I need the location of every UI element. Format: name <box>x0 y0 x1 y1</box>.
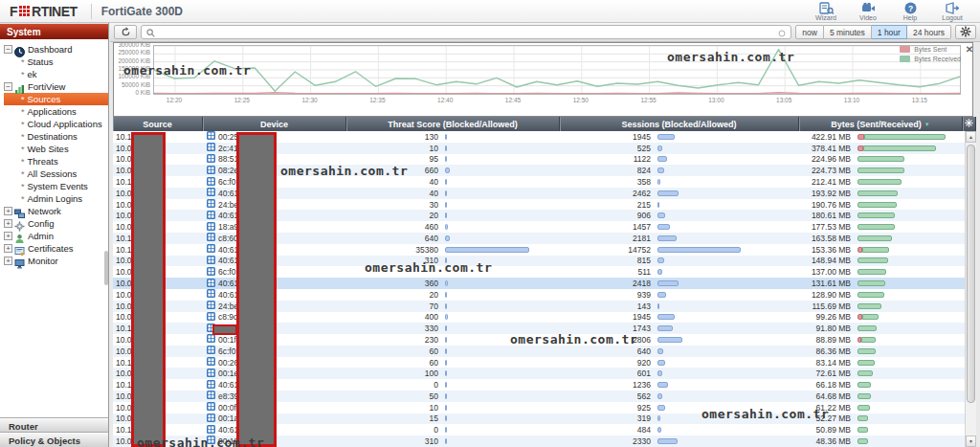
sidebar-item-monitor[interactable]: +Monitor <box>4 255 108 267</box>
bytes-received-bar <box>858 190 898 196</box>
threat-score-bar <box>445 190 447 196</box>
help-button[interactable]: ?Help <box>894 2 926 21</box>
bullet-icon: * <box>21 169 25 179</box>
sidebar-item-system-events[interactable]: *System Events <box>4 180 108 192</box>
sessions-value: 511 <box>560 267 651 277</box>
collapse-icon[interactable]: − <box>4 45 12 54</box>
scrollbar-thumb[interactable] <box>967 145 975 403</box>
threat-score-bar <box>445 405 447 411</box>
sidebar-section-system[interactable]: System <box>0 23 108 39</box>
sidebar-item-admin[interactable]: +Admin <box>4 230 108 242</box>
bytes-cell: 88.89 MB <box>799 334 965 346</box>
config-icon <box>14 218 25 229</box>
threat-score-value: 330 <box>346 324 438 333</box>
refresh-button[interactable] <box>114 25 137 39</box>
bytes-received-bar <box>862 314 879 320</box>
bytes-received-bar <box>858 360 875 366</box>
threat-score-value: 95 <box>346 154 438 164</box>
windows-device-icon <box>207 413 215 424</box>
sidebar-scrollbar-thumb[interactable] <box>104 251 108 285</box>
sessions-bar <box>657 156 667 162</box>
sessions-bar <box>657 269 662 275</box>
windows-device-icon <box>207 357 215 368</box>
scroll-up-icon[interactable]: ▲ <box>966 131 976 143</box>
time-button-now[interactable]: now <box>795 25 824 39</box>
x-axis-tick-label: 12:25 <box>234 97 250 103</box>
bytes-cell: 163.58 MB <box>799 233 965 244</box>
chart-legend: Bytes SentBytes Received <box>900 46 961 65</box>
sidebar-item-dashboard[interactable]: −Dashboard <box>4 43 108 56</box>
sidebar-item-fortiview[interactable]: −FortiView <box>4 80 108 93</box>
windows-device-icon <box>207 244 215 255</box>
sidebar-item-config[interactable]: +Config <box>4 217 108 230</box>
column-header-device[interactable]: Device <box>203 117 346 131</box>
bytes-received-bar <box>858 415 868 421</box>
table-settings-button[interactable] <box>963 117 976 131</box>
bytes-cell: 153.36 MB <box>799 244 965 256</box>
expand-icon[interactable]: + <box>4 232 12 240</box>
threat-score-value: 50 <box>346 391 438 401</box>
threat-score-cell: 30 <box>346 199 560 211</box>
sidebar-section-policy-objects[interactable]: Policy & Objects <box>0 433 108 447</box>
sessions-cell: 358 <box>560 176 799 188</box>
sidebar-item-cloud-applications[interactable]: *Cloud Applications <box>4 118 108 130</box>
sidebar-item-threats[interactable]: *Threats <box>4 155 108 168</box>
expand-icon[interactable]: + <box>4 207 12 215</box>
column-header-source[interactable]: Source <box>113 117 203 131</box>
sessions-cell: 215 <box>560 199 799 211</box>
column-header-threat-score[interactable]: Threat Score (Blocked/Allowed) <box>346 117 560 131</box>
collapse-icon[interactable]: − <box>4 82 12 91</box>
threat-score-bar <box>445 156 447 162</box>
action-label: Help <box>903 14 917 21</box>
settings-button[interactable] <box>955 25 976 39</box>
chart-close-icon[interactable]: ✕ <box>963 43 976 56</box>
brand-letters-rtinet: RTINET <box>32 4 78 19</box>
scroll-down-icon[interactable]: ▼ <box>966 436 976 447</box>
sessions-bar <box>657 134 675 140</box>
sidebar-item-web-sites[interactable]: *Web Sites <box>4 143 108 155</box>
sidebar-item-network[interactable]: +Network <box>4 205 108 217</box>
bytes-cell: 66.18 MB <box>799 379 965 391</box>
windows-device-icon <box>207 301 215 311</box>
time-button-24-hours[interactable]: 24 hours <box>907 25 951 39</box>
time-button-1-hour[interactable]: 1 hour <box>872 25 907 39</box>
video-button[interactable]: Video <box>852 2 884 21</box>
expand-icon[interactable]: + <box>4 257 12 265</box>
certificates-icon <box>14 243 25 254</box>
sidebar-item-destinations[interactable]: *Destinations <box>4 130 108 143</box>
search-input[interactable] <box>159 28 774 37</box>
sessions-value: 143 <box>560 302 651 311</box>
expand-icon[interactable]: + <box>4 244 12 253</box>
sidebar-item-applications[interactable]: *Applications <box>4 105 108 118</box>
threat-score-cell: 20 <box>346 289 560 301</box>
bytes-value: 137.00 MB <box>799 267 851 277</box>
sessions-cell: 511 <box>560 266 799 278</box>
sidebar-item-ek[interactable]: *ek <box>4 68 108 80</box>
threat-score-bar <box>445 348 447 354</box>
sessions-cell: 143 <box>560 301 799 312</box>
sidebar-item-admin-logins[interactable]: *Admin Logins <box>4 192 108 205</box>
threat-score-cell: 130 <box>346 131 560 143</box>
expand-icon[interactable]: + <box>4 219 12 228</box>
sessions-value: 601 <box>560 369 651 378</box>
dashboard-icon <box>14 44 25 55</box>
threat-score-value: 40 <box>346 177 438 187</box>
topbar-divider <box>91 4 92 19</box>
threat-score-cell: 640 <box>346 233 560 244</box>
time-button-5-minutes[interactable]: 5 minutes <box>824 25 872 39</box>
sidebar-section-router[interactable]: Router <box>0 418 108 433</box>
sessions-bar <box>657 179 660 185</box>
column-header-sessions[interactable]: Sessions (Blocked/Allowed) <box>560 117 799 131</box>
wizard-button[interactable]: Wizard <box>810 2 842 21</box>
sidebar-item-certificates[interactable]: +Certificates <box>4 242 108 255</box>
column-header-bytes[interactable]: Bytes (Sent/Received)▼ <box>799 117 963 131</box>
sessions-bar <box>657 393 662 399</box>
logout-button[interactable]: Logout <box>936 2 969 21</box>
sidebar-item-all-sessions[interactable]: *All Sessions <box>4 168 108 180</box>
bytes-received-bar <box>858 280 885 286</box>
bullet-icon: * <box>21 57 25 67</box>
bytes-cell: 137.00 MB <box>799 266 965 278</box>
action-label: Logout <box>942 14 962 21</box>
table-scrollbar[interactable]: ▲ ▼ <box>965 131 976 447</box>
sessions-value: 1236 <box>560 380 651 390</box>
